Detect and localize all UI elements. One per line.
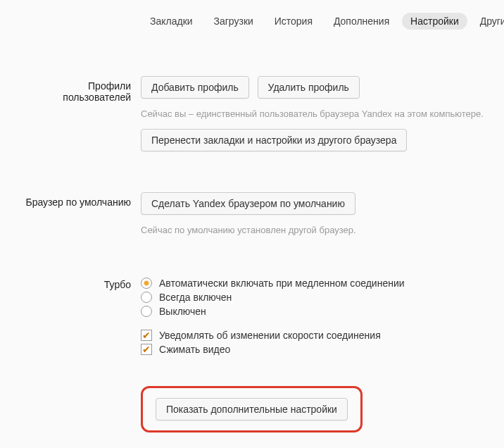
turbo-radio-auto[interactable]: Автоматически включать при медленном сое…	[141, 278, 504, 289]
radio-label: Всегда включен	[159, 292, 232, 303]
tab-bookmarks[interactable]: Закладки	[141, 13, 201, 30]
tab-settings[interactable]: Настройки	[402, 13, 467, 30]
turbo-check-compress[interactable]: ✔ Сжимать видео	[141, 344, 504, 355]
settings-tabs: Закладки Загрузки История Дополнения Нас…	[0, 0, 504, 30]
show-advanced-settings-button[interactable]: Показать дополнительные настройки	[156, 398, 348, 421]
radio-label: Выключен	[159, 306, 206, 317]
checkbox-label: Сжимать видео	[159, 344, 230, 355]
radio-icon	[141, 278, 152, 289]
label-profiles-line1: Профили	[0, 80, 131, 92]
radio-icon	[141, 306, 152, 317]
tab-addons[interactable]: Дополнения	[325, 13, 398, 30]
checkbox-label: Уведомлять об изменении скорости соедине…	[159, 330, 381, 341]
turbo-radio-off[interactable]: Выключен	[141, 306, 504, 317]
tab-history[interactable]: История	[266, 13, 321, 30]
checkbox-icon: ✔	[141, 344, 152, 355]
turbo-radio-always[interactable]: Всегда включен	[141, 292, 504, 303]
turbo-check-notify[interactable]: ✔ Уведомлять об изменении скорости соеди…	[141, 330, 504, 341]
label-profiles-line2: пользователей	[0, 92, 131, 103]
profiles-hint: Сейчас вы – единственный пользователь бр…	[141, 108, 504, 119]
tab-downloads[interactable]: Загрузки	[205, 13, 261, 30]
set-default-browser-button[interactable]: Сделать Yandex браузером по умолчанию	[141, 192, 355, 215]
section-label-profiles: Профили пользователей	[0, 76, 141, 103]
import-settings-button[interactable]: Перенести закладки и настройки из другог…	[141, 129, 407, 151]
radio-label: Автоматически включать при медленном сое…	[159, 278, 405, 289]
add-profile-button[interactable]: Добавить профиль	[141, 76, 249, 99]
radio-icon	[141, 292, 152, 303]
delete-profile-button[interactable]: Удалить профиль	[258, 76, 360, 99]
default-browser-hint: Сейчас по умолчанию установлен другой бр…	[141, 225, 504, 235]
section-label-default-browser: Браузер по умолчанию	[0, 192, 141, 208]
checkbox-icon: ✔	[141, 330, 152, 341]
advanced-settings-highlight: Показать дополнительные настройки	[141, 386, 363, 433]
tab-other-devices[interactable]: Другие устр	[472, 13, 504, 30]
section-label-turbo: Турбо	[0, 275, 141, 290]
